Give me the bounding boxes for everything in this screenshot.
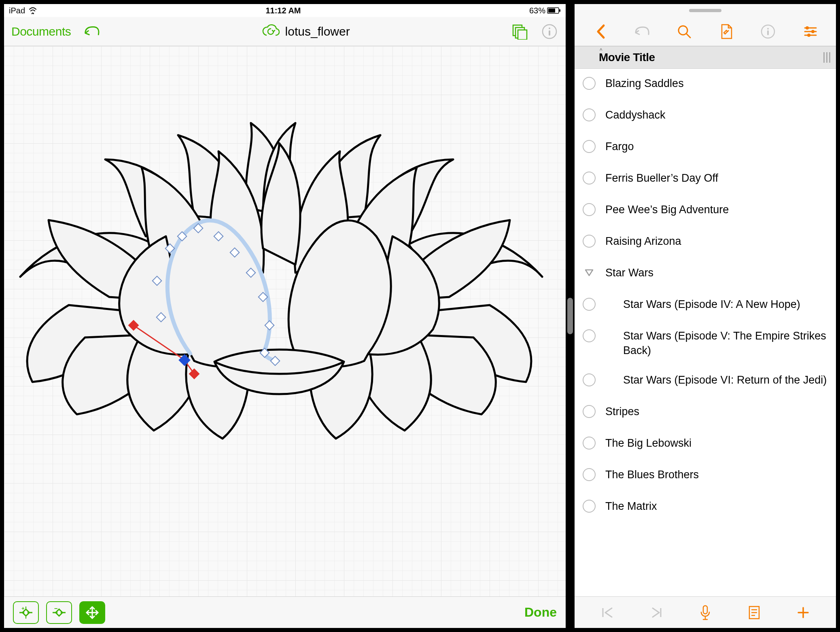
drawing-bottom-toolbar: + − Done (4, 596, 566, 628)
device-frame: iPad 11:12 AM 63% Documents (0, 0, 840, 632)
list-item[interactable]: Star Wars (Episode VI: Return of the Jed… (575, 365, 836, 397)
drawing-app: iPad 11:12 AM 63% Documents (4, 4, 566, 628)
svg-point-7 (549, 28, 550, 29)
view-options-button[interactable] (800, 22, 820, 41)
next-record-button[interactable] (647, 603, 666, 622)
sort-caret-icon: ^ (600, 47, 602, 54)
status-circle[interactable] (583, 373, 596, 386)
status-circle[interactable] (583, 140, 596, 153)
info-button[interactable] (541, 23, 558, 40)
list-item[interactable]: Star Wars (Episode IV: A New Hope) (575, 290, 836, 321)
list-item[interactable]: Fargo (575, 132, 836, 163)
back-button[interactable] (591, 22, 610, 41)
svg-rect-5 (518, 30, 527, 40)
document-settings-button[interactable] (717, 22, 736, 41)
undo-button[interactable] (83, 23, 101, 40)
list-item[interactable]: The Big Lebowski (575, 428, 836, 460)
list-item[interactable]: Raising Arizona (575, 227, 836, 258)
ios-status-bar: iPad 11:12 AM 63% (4, 4, 566, 17)
list-item[interactable]: The Matrix (575, 492, 836, 523)
svg-rect-1 (548, 8, 555, 13)
status-circle[interactable] (583, 405, 596, 418)
document-title-group[interactable]: lotus_flower (262, 24, 350, 39)
svg-point-37 (811, 30, 815, 33)
disclosure-triangle-icon[interactable] (583, 266, 596, 279)
list-item-label: Star Wars (Episode IV: A New Hope) (605, 297, 800, 312)
move-tool[interactable] (79, 601, 105, 624)
battery-icon (547, 7, 561, 14)
svg-text:+: + (21, 606, 25, 611)
list-item-label: Raising Arizona (605, 234, 681, 248)
list-item[interactable]: Ferris Bueller’s Day Off (575, 163, 836, 195)
list-item[interactable]: Blazing Saddles (575, 69, 836, 100)
status-circle[interactable] (583, 172, 596, 185)
list-item-label: The Big Lebowski (605, 436, 692, 450)
status-circle[interactable] (583, 298, 596, 311)
svg-rect-39 (703, 606, 707, 614)
list-item[interactable]: The Blues Brothers (575, 460, 836, 492)
outline-bottom-toolbar (575, 596, 836, 628)
status-circle[interactable] (583, 108, 596, 121)
list-item-label: Star Wars (Episode V: The Empire Strikes… (605, 329, 828, 358)
documents-button[interactable]: Documents (11, 25, 71, 38)
status-right: 63% (529, 6, 561, 15)
list-item[interactable]: Stripes (575, 397, 836, 428)
list-item-label: The Matrix (605, 499, 657, 513)
status-circle[interactable] (583, 468, 596, 481)
voice-input-button[interactable] (696, 603, 715, 622)
first-record-button[interactable] (598, 603, 617, 622)
list-item-label: Ferris Bueller’s Day Off (605, 171, 718, 185)
add-button[interactable] (793, 603, 813, 622)
list-item[interactable]: Pee Wee’s Big Adventure (575, 195, 836, 227)
search-button[interactable] (675, 22, 694, 41)
list-item-label: Pee Wee’s Big Adventure (605, 202, 729, 217)
status-left: iPad (9, 6, 37, 15)
outline-list[interactable]: Blazing SaddlesCaddyshackFargoFerris Bue… (575, 69, 836, 596)
list-item[interactable]: Caddyshack (575, 100, 836, 132)
note-button[interactable] (745, 603, 764, 622)
svg-point-31 (767, 28, 769, 30)
split-view-divider[interactable] (566, 4, 575, 628)
status-circle[interactable] (583, 329, 596, 342)
done-button[interactable]: Done (524, 605, 557, 620)
cloud-sync-icon (262, 24, 280, 39)
layers-button[interactable] (511, 23, 528, 40)
list-item-label: Star Wars (605, 265, 653, 280)
canvas[interactable] (4, 46, 566, 596)
divider-handle[interactable] (567, 298, 573, 334)
list-item-label: Fargo (605, 139, 634, 154)
status-circle[interactable] (583, 235, 596, 248)
list-item-label: The Blues Brothers (605, 467, 699, 482)
list-item-label: Star Wars (Episode VI: Return of the Jed… (605, 373, 827, 387)
remove-point-tool[interactable]: − (46, 601, 72, 624)
column-header[interactable]: ^ Movie Title (575, 46, 836, 69)
device-label: iPad (9, 6, 25, 15)
list-item-label: Stripes (605, 404, 639, 419)
clock: 11:12 AM (37, 6, 529, 15)
outline-toolbar (575, 17, 836, 46)
undo-button[interactable] (632, 22, 652, 41)
list-item-label: Blazing Saddles (605, 76, 684, 91)
list-item-label: Caddyshack (605, 108, 666, 122)
wifi-icon (28, 7, 37, 14)
info-button[interactable] (758, 22, 778, 41)
svg-rect-32 (767, 30, 769, 35)
svg-text:−: − (54, 606, 58, 612)
list-item[interactable]: Star Wars (575, 258, 836, 290)
lotus-drawing (4, 46, 566, 596)
status-circle[interactable] (583, 500, 596, 513)
slide-over-handle-bar (575, 4, 836, 17)
svg-rect-8 (549, 30, 550, 36)
status-circle[interactable] (583, 77, 596, 90)
svg-point-38 (807, 34, 810, 37)
battery-pct: 63% (529, 6, 545, 15)
status-circle[interactable] (583, 437, 596, 450)
svg-rect-2 (559, 9, 560, 12)
document-title: lotus_flower (285, 25, 350, 38)
status-circle[interactable] (583, 203, 596, 216)
list-item[interactable]: Star Wars (Episode V: The Empire Strikes… (575, 321, 836, 365)
svg-point-36 (806, 26, 809, 30)
column-resize-handle[interactable] (823, 52, 830, 63)
grabber-pill[interactable] (689, 9, 721, 12)
add-point-tool[interactable]: + (13, 601, 39, 624)
